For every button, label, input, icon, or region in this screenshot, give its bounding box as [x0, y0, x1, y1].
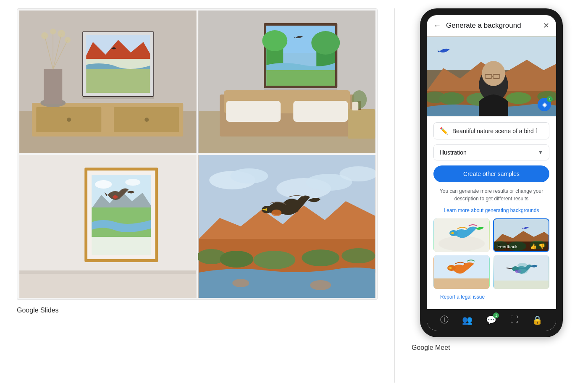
phone-mockup: ← Generate a background ✕ [420, 8, 563, 337]
thumbup-icon[interactable]: 👍 [530, 243, 537, 249]
svg-point-17 [65, 37, 71, 43]
svg-rect-32 [293, 101, 348, 122]
panel-body: ✏️ Beautiful nature scene of a bird f Il… [427, 116, 556, 309]
panel-header-left: ← Generate a background [433, 21, 521, 30]
svg-rect-110 [494, 281, 549, 289]
svg-rect-50 [19, 270, 196, 274]
svg-point-72 [302, 249, 339, 266]
panel-header: ← Generate a background ✕ [427, 15, 556, 37]
slide-image-1[interactable] [19, 10, 197, 153]
svg-point-75 [310, 280, 331, 290]
legal-link[interactable]: Report a legal issue [433, 294, 549, 303]
prompt-input-container[interactable]: ✏️ Beautiful nature scene of a bird f [433, 122, 549, 139]
bottom-nav: ⓘ 👥 💬 1 ⛶ 🔒 [427, 309, 556, 331]
video-preview: ◈ 1 [427, 37, 556, 116]
layers-badge[interactable]: ◈ 1 [538, 98, 551, 111]
chat-nav-icon[interactable]: 💬 1 [486, 315, 496, 325]
chat-badge: 1 [493, 312, 499, 318]
video-background [427, 37, 556, 116]
style-label: Illustration [440, 149, 467, 156]
create-samples-button[interactable]: Create other samples [433, 165, 549, 182]
style-dropdown[interactable]: Illustration ▼ [433, 144, 549, 160]
svg-rect-104 [434, 278, 489, 289]
back-button[interactable]: ← [433, 21, 441, 30]
svg-point-84 [439, 92, 465, 105]
svg-point-86 [506, 92, 531, 104]
activities-nav-icon[interactable]: ⛶ [510, 315, 519, 325]
thumbnail-1[interactable] [433, 218, 490, 252]
svg-point-44 [311, 31, 340, 55]
svg-rect-46 [264, 88, 337, 90]
svg-point-70 [220, 251, 253, 268]
slides-grid [17, 8, 378, 300]
phone-screen: ← Generate a background ✕ [427, 15, 556, 331]
svg-point-15 [50, 29, 56, 34]
chevron-down-icon: ▼ [538, 150, 543, 155]
svg-point-42 [262, 30, 287, 51]
svg-point-74 [232, 279, 249, 287]
close-button[interactable]: ✕ [543, 21, 549, 30]
svg-rect-9 [44, 69, 62, 104]
thumbnail-3[interactable] [433, 255, 490, 289]
right-section: ← Generate a background ✕ [412, 8, 571, 352]
svg-point-14 [41, 32, 48, 39]
svg-rect-25 [82, 97, 154, 99]
svg-point-57 [125, 179, 140, 186]
svg-point-71 [253, 251, 295, 269]
svg-rect-23 [84, 69, 152, 94]
pencil-icon: ✏️ [440, 127, 448, 135]
svg-point-115 [517, 269, 528, 274]
svg-point-63 [230, 168, 268, 184]
info-nav-icon[interactable]: ⓘ [440, 314, 449, 325]
svg-point-73 [341, 248, 375, 263]
info-text: You can generate more results or change … [433, 187, 549, 202]
safety-nav-icon[interactable]: 🔒 [532, 315, 543, 325]
learn-more-link[interactable]: Learn more about generating backgrounds [433, 207, 549, 213]
slide-image-3[interactable] [19, 155, 197, 298]
feedback-icons: 👍 👎 [530, 243, 545, 249]
slides-label: Google Slides [17, 307, 378, 314]
svg-point-16 [58, 30, 65, 37]
svg-point-114 [517, 263, 528, 268]
layers-count: 1 [547, 96, 553, 102]
svg-point-89 [482, 61, 505, 86]
people-nav-icon[interactable]: 👥 [462, 315, 472, 325]
svg-rect-31 [226, 101, 281, 122]
section-divider [394, 8, 395, 383]
thumbdown-icon[interactable]: 👎 [538, 243, 545, 249]
feedback-label: Feedback [497, 244, 517, 249]
panel-scroll[interactable]: ✏️ Beautiful nature scene of a bird f Il… [427, 116, 556, 309]
svg-rect-33 [348, 109, 375, 139]
svg-rect-49 [19, 273, 196, 298]
slide-image-2[interactable] [198, 10, 376, 153]
svg-point-78 [271, 210, 281, 216]
svg-point-6 [67, 118, 71, 122]
svg-point-66 [339, 166, 375, 181]
slide-image-4[interactable] [198, 155, 376, 298]
layers-icon: ◈ [542, 101, 547, 108]
svg-rect-36 [352, 102, 358, 110]
thumbnail-grid: Feedback 👍 👎 [433, 218, 549, 289]
thumbnail-4[interactable] [493, 255, 549, 289]
svg-point-60 [113, 195, 118, 199]
panel-title: Generate a background [446, 21, 521, 30]
thumbnail-2[interactable]: Feedback 👍 👎 [493, 218, 549, 252]
meet-label: Google Meet [412, 344, 571, 352]
feedback-overlay: Feedback 👍 👎 [494, 241, 549, 251]
left-section: Google Slides [17, 8, 378, 314]
prompt-text: Beautiful nature scene of a bird f [452, 128, 543, 134]
svg-point-94 [438, 236, 485, 251]
svg-point-56 [95, 180, 112, 189]
svg-point-7 [144, 118, 149, 122]
svg-rect-45 [266, 70, 335, 86]
